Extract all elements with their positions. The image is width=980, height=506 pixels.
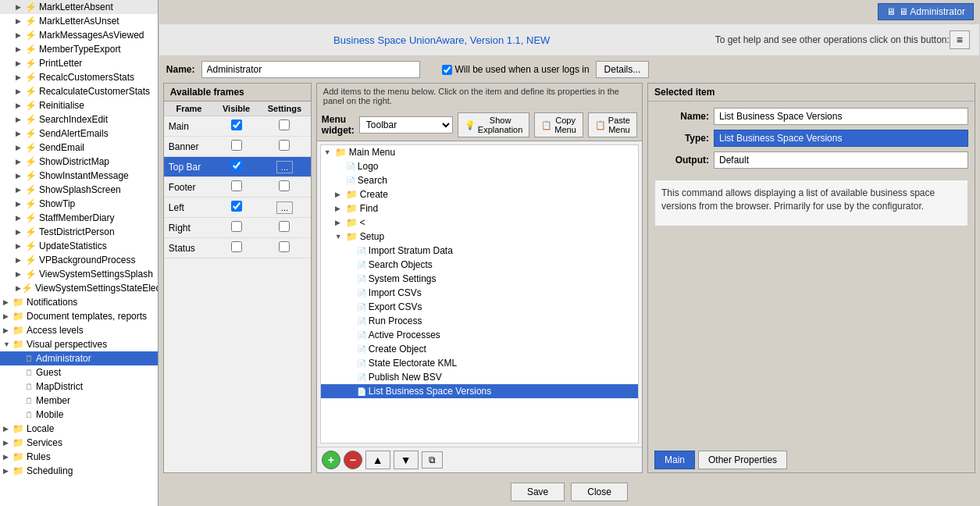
sidebar-item[interactable]: 🗒Member xyxy=(0,394,158,408)
settings-cell[interactable] xyxy=(258,177,311,198)
sidebar-item[interactable]: ▶⚡ShowSplashScreen xyxy=(0,183,158,197)
close-button[interactable]: Close xyxy=(571,483,628,501)
sidebar-item[interactable]: 🗒MapDistrict xyxy=(0,380,158,394)
sidebar-item[interactable]: ▶📁Services xyxy=(0,436,158,450)
paste-menu-button[interactable]: 📋 Paste Menu xyxy=(588,112,637,137)
sidebar-item[interactable]: ▶⚡Reinitialise xyxy=(0,98,158,112)
visible-cell[interactable] xyxy=(214,218,258,238)
move-up-button[interactable]: ▲ xyxy=(365,451,390,469)
visible-checkbox[interactable] xyxy=(231,160,242,171)
tree-item[interactable]: 📄Logo xyxy=(321,159,638,173)
tree-item[interactable]: ▶📁Create xyxy=(321,187,638,201)
settings-button[interactable]: ... xyxy=(276,161,293,173)
settings-button[interactable]: ... xyxy=(276,201,293,214)
sidebar-item[interactable]: ▶⚡VPBackgroundProcess xyxy=(0,253,158,267)
add-item-button[interactable]: + xyxy=(322,451,340,469)
visible-checkbox[interactable] xyxy=(231,119,242,130)
visible-cell[interactable] xyxy=(214,177,258,198)
tree-item[interactable]: ▼📁Main Menu xyxy=(321,145,638,159)
settings-checkbox[interactable] xyxy=(279,180,290,191)
sidebar-item[interactable]: ▶⚡SendAlertEmails xyxy=(0,126,158,141)
sidebar-item[interactable]: ▶⚡MemberTypeExport xyxy=(0,42,158,56)
settings-checkbox[interactable] xyxy=(279,119,290,130)
tree-item[interactable]: ▶📁< xyxy=(321,216,638,230)
visible-checkbox[interactable] xyxy=(231,201,242,212)
copy-menu-button[interactable]: 📋 Copy Menu xyxy=(534,112,583,137)
tree-item[interactable]: 📄Search Objects xyxy=(321,258,638,272)
tree-item[interactable]: 📄List Business Space Versions xyxy=(321,384,638,398)
tree-item[interactable]: 📄State Electorate KML xyxy=(321,356,638,370)
table-row[interactable]: Top Bar... xyxy=(164,157,311,177)
sidebar-item[interactable]: ▶⚡ShowDistrictMap xyxy=(0,155,158,169)
sidebar-item[interactable]: ▶📁Locale xyxy=(0,422,158,436)
settings-checkbox[interactable] xyxy=(279,221,290,232)
sidebar-item[interactable]: ▶⚡ShowInstantMessage xyxy=(0,169,158,183)
visible-checkbox[interactable] xyxy=(231,180,242,191)
sidebar-item[interactable]: ▶📁Scheduling xyxy=(0,464,158,478)
tree-item[interactable]: 📄Active Processes xyxy=(321,328,638,342)
remove-item-button[interactable]: − xyxy=(344,451,362,469)
tree-container[interactable]: ▼📁Main Menu📄Logo📄Search▶📁Create▶📁Find▶📁<… xyxy=(320,144,639,444)
tree-item[interactable]: 📄System Settings xyxy=(321,272,638,286)
sidebar-item[interactable]: ▶📁Rules xyxy=(0,450,158,464)
details-button[interactable]: Details... xyxy=(596,61,650,78)
hamburger-button[interactable]: ≡ xyxy=(950,30,970,49)
sidebar-item[interactable]: ▼📁Visual perspectives xyxy=(0,337,158,351)
sidebar-item[interactable]: ▶⚡MarkLetterAsUnset xyxy=(0,14,158,28)
settings-cell[interactable] xyxy=(258,137,311,157)
show-explanation-button[interactable]: 💡 Show Explanation xyxy=(458,112,530,137)
visible-cell[interactable] xyxy=(214,198,258,218)
table-row[interactable]: Banner xyxy=(164,137,311,157)
main-tab-button[interactable]: Main xyxy=(654,451,695,469)
settings-cell[interactable]: ... xyxy=(258,198,311,218)
visible-cell[interactable] xyxy=(214,137,258,157)
sidebar-item[interactable]: ▶⚡MarkMessagesAsViewed xyxy=(0,28,158,42)
settings-cell[interactable] xyxy=(258,238,311,258)
table-row[interactable]: Right xyxy=(164,218,311,238)
visible-cell[interactable] xyxy=(214,157,258,177)
sidebar-item[interactable]: ▶⚡TestDistrictPerson xyxy=(0,225,158,239)
sidebar-item[interactable]: ▶⚡PrintLetter xyxy=(0,56,158,70)
settings-checkbox[interactable] xyxy=(279,241,290,252)
sidebar-item[interactable]: 🗒Guest xyxy=(0,365,158,380)
sidebar-item[interactable]: 🗒Administrator xyxy=(0,351,158,365)
settings-checkbox[interactable] xyxy=(279,140,290,151)
settings-cell[interactable]: ... xyxy=(258,157,311,177)
sidebar-item[interactable]: ▶⚡StaffMemberDiary xyxy=(0,211,158,225)
tree-item[interactable]: 📄Import CSVs xyxy=(321,286,638,300)
sidebar-item[interactable]: ▶⚡UpdateStatistics xyxy=(0,239,158,253)
visible-checkbox[interactable] xyxy=(231,140,242,151)
tree-item[interactable]: 📄Run Process xyxy=(321,314,638,328)
sidebar-item[interactable]: ▶⚡RecalculateCustomerStats xyxy=(0,84,158,98)
other-properties-tab-button[interactable]: Other Properties xyxy=(698,451,787,469)
visible-checkbox[interactable] xyxy=(231,221,242,232)
tree-item[interactable]: ▶📁Find xyxy=(321,201,638,216)
sidebar-item[interactable]: ▶📁Notifications xyxy=(0,295,158,309)
name-input[interactable] xyxy=(201,61,420,78)
save-button[interactable]: Save xyxy=(511,483,565,501)
menu-widget-select[interactable]: Toolbar xyxy=(359,116,453,134)
sidebar-item[interactable]: ▶⚡ViewSystemSettingsSplash xyxy=(0,267,158,281)
table-row[interactable]: Status xyxy=(164,238,311,258)
sidebar-item[interactable]: ▶📁Access levels xyxy=(0,323,158,337)
settings-cell[interactable] xyxy=(258,116,311,137)
tree-item[interactable]: 📄Publish New BSV xyxy=(321,370,638,384)
visible-cell[interactable] xyxy=(214,116,258,137)
visible-checkbox[interactable] xyxy=(231,241,242,252)
sidebar-item[interactable]: ▶⚡ShowTip xyxy=(0,197,158,211)
move-down-button[interactable]: ▼ xyxy=(394,451,419,469)
tree-item[interactable]: 📄Import Stratum Data xyxy=(321,244,638,258)
sidebar-item[interactable]: 🗒Mobile xyxy=(0,408,158,422)
settings-cell[interactable] xyxy=(258,218,311,238)
sidebar-item[interactable]: ▶⚡MarkLetterAbsent xyxy=(0,0,158,14)
sidebar-item[interactable]: ▶⚡RecalcCustomersStats xyxy=(0,70,158,84)
sidebar-item[interactable]: ▶⚡SearchIndexEdit xyxy=(0,112,158,126)
tree-item[interactable]: ▼📁Setup xyxy=(321,230,638,244)
tree-item[interactable]: 📄Search xyxy=(321,173,638,187)
login-checkbox[interactable] xyxy=(442,65,452,75)
visible-cell[interactable] xyxy=(214,238,258,258)
table-row[interactable]: Left... xyxy=(164,198,311,218)
tree-item[interactable]: 📄Create Object xyxy=(321,342,638,356)
sidebar-item[interactable]: ▶⚡ViewSystemSettingsStateElectorateKM xyxy=(0,281,158,295)
tree-item[interactable]: 📄Export CSVs xyxy=(321,300,638,314)
